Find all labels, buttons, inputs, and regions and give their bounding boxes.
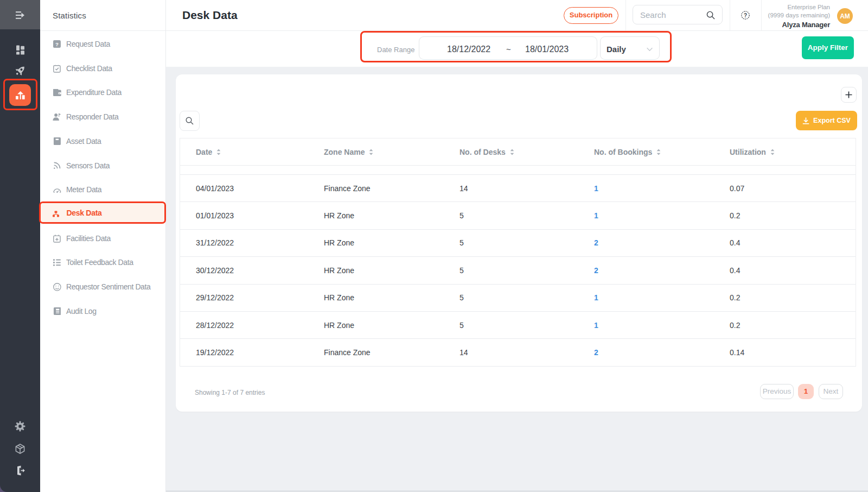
- svg-text:?: ?: [744, 12, 747, 18]
- svg-text:?: ?: [55, 41, 59, 47]
